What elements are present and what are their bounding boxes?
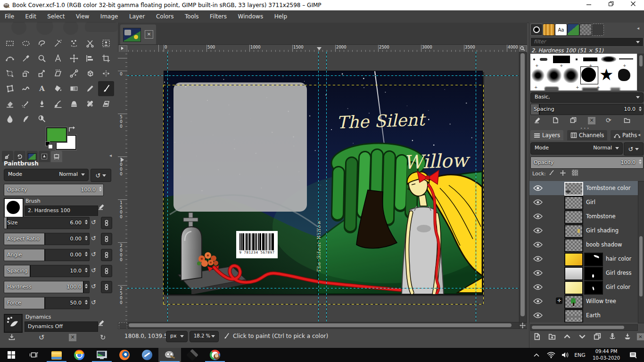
tool-text[interactable]: A bbox=[34, 81, 50, 96]
menu-edit[interactable]: Edit bbox=[21, 10, 41, 23]
layer-row-earth[interactable]: Earth bbox=[529, 308, 644, 322]
tool-free-select[interactable] bbox=[34, 36, 50, 51]
layer-row-boob-shadow[interactable]: boob shadow bbox=[529, 238, 644, 252]
tool-zoom[interactable] bbox=[34, 51, 50, 66]
layers-horizontal-scrollbar[interactable] bbox=[530, 324, 638, 331]
task-view-button[interactable] bbox=[23, 348, 45, 362]
new-layer-button[interactable] bbox=[533, 333, 541, 342]
tool-paintbrush[interactable] bbox=[98, 81, 114, 96]
dynamics-thumbnail[interactable] bbox=[4, 314, 23, 333]
brush-filter-box[interactable] bbox=[530, 37, 644, 47]
tray-notifications-icon[interactable] bbox=[626, 348, 640, 362]
layer-row-tombstone-color[interactable]: Tombstone color bbox=[529, 181, 644, 195]
tab-document-history[interactable] bbox=[567, 24, 579, 36]
brush-dock-collapse-icon[interactable]: ◂ bbox=[637, 25, 639, 31]
tool-bucket-fill[interactable] bbox=[50, 81, 66, 96]
tool-ellipse-select[interactable] bbox=[18, 36, 34, 51]
horizontal-ruler[interactable]: 0 500 1000 1500 2000 2500 3000 3500 4000 bbox=[127, 45, 519, 52]
taskbar-file-explorer[interactable] bbox=[45, 348, 68, 362]
tab-device-status[interactable] bbox=[39, 151, 50, 162]
tab-channels[interactable]: Channels bbox=[567, 130, 607, 140]
layer-row-tombstone[interactable]: Tombstone bbox=[529, 209, 644, 223]
new-brush-icon[interactable] bbox=[552, 117, 559, 125]
tool-dodge-burn[interactable] bbox=[34, 111, 50, 126]
paint-mode-dropdown[interactable]: Mode Normal bbox=[4, 169, 89, 181]
visibility-eye-icon[interactable] bbox=[533, 255, 543, 262]
taskbar-gimp[interactable] bbox=[158, 348, 181, 362]
tool-eraser[interactable] bbox=[2, 96, 18, 111]
guide-vertical-left[interactable] bbox=[167, 52, 168, 322]
reset-tool-options-icon[interactable]: ↺ bbox=[100, 333, 106, 342]
guide-vertical-right[interactable] bbox=[476, 52, 476, 322]
tool-blur-sharpen[interactable] bbox=[2, 111, 18, 126]
vertical-ruler[interactable]: 0 500 1000 1500 2000 2500 bbox=[118, 52, 128, 322]
lock-position-icon[interactable] bbox=[560, 170, 566, 178]
menu-windows[interactable]: Windows bbox=[233, 10, 268, 23]
tool-scissors-select[interactable] bbox=[82, 36, 98, 51]
visibility-eye-icon[interactable] bbox=[533, 312, 543, 319]
tool-airbrush[interactable] bbox=[18, 96, 34, 111]
tray-language[interactable]: ENG bbox=[572, 348, 587, 362]
close-button[interactable] bbox=[625, 0, 641, 10]
spacing-reset-icon[interactable]: ↺ bbox=[91, 267, 96, 274]
guide-horizontal-top[interactable] bbox=[127, 75, 519, 76]
force-reset-icon[interactable]: ↺ bbox=[91, 299, 96, 306]
spacing-slider[interactable]: Spacing10.0 bbox=[4, 265, 90, 277]
tab-palettes[interactable] bbox=[592, 24, 604, 36]
visibility-eye-icon[interactable] bbox=[533, 241, 543, 248]
tray-volume-icon[interactable] bbox=[559, 348, 571, 362]
size-link-button[interactable] bbox=[101, 217, 112, 229]
tool-smudge[interactable] bbox=[18, 111, 34, 126]
tool-select-by-color[interactable] bbox=[66, 36, 82, 51]
anchor-layer-button[interactable] bbox=[609, 333, 616, 342]
layer-row-willow-tree[interactable]: ✛ Willow tree bbox=[529, 294, 644, 308]
tab-gradients[interactable] bbox=[579, 24, 592, 36]
tool-paths[interactable] bbox=[2, 51, 18, 66]
layer-mask-thumbnail[interactable] bbox=[584, 281, 603, 295]
delete-brush-icon[interactable]: ✕ bbox=[588, 117, 595, 124]
tool-rectangle-select[interactable] bbox=[2, 36, 18, 51]
image-viewport[interactable]: The Silent Willow The Silent Willow 9 78… bbox=[127, 52, 519, 322]
tool-color-picker[interactable] bbox=[18, 51, 34, 66]
size-reset-icon[interactable]: ↺ bbox=[91, 219, 96, 226]
image-tab[interactable]: ✕ bbox=[120, 25, 156, 44]
taskbar-chrome-profile[interactable] bbox=[204, 348, 226, 362]
dynamics-field[interactable]: Dynamics Off bbox=[25, 321, 98, 332]
tool-mypaint-brush[interactable] bbox=[50, 96, 66, 111]
canvas-horizontal-scrollbar[interactable] bbox=[127, 322, 520, 329]
lock-alpha-icon[interactable] bbox=[572, 170, 578, 176]
layer-opacity-slider[interactable]: Opacity 100.0 bbox=[530, 156, 644, 169]
angle-slider[interactable]: Angle0.00 bbox=[4, 249, 90, 261]
brush-thumbnail[interactable] bbox=[4, 198, 24, 218]
dynamics-edit-icon[interactable] bbox=[98, 320, 105, 328]
tab-fonts[interactable]: Aa bbox=[555, 24, 567, 36]
menu-colors[interactable]: Colors bbox=[151, 10, 179, 23]
canvas-vertical-scrollbar[interactable] bbox=[519, 52, 527, 323]
tool-unified-transform[interactable] bbox=[2, 66, 18, 81]
minimize-button[interactable] bbox=[581, 0, 597, 10]
tool-clone[interactable] bbox=[66, 96, 82, 111]
layer-row-girl-dress[interactable]: Girl dress bbox=[529, 266, 644, 280]
tab-paths[interactable]: Paths bbox=[611, 130, 640, 140]
tool-scale[interactable] bbox=[34, 66, 50, 81]
taskbar-scribus[interactable] bbox=[136, 348, 158, 362]
brush-name-field[interactable]: 2. Hardness 100 bbox=[25, 206, 98, 216]
tray-wifi-icon[interactable] bbox=[545, 348, 557, 362]
visibility-eye-icon[interactable] bbox=[533, 270, 543, 276]
tray-clock[interactable]: 09:44 PM 10-03-2020 bbox=[588, 348, 624, 362]
duplicate-brush-icon[interactable] bbox=[570, 117, 577, 125]
tool-foreground-select[interactable] bbox=[98, 36, 114, 51]
edit-brush-icon[interactable] bbox=[534, 117, 541, 125]
save-tool-preset-icon[interactable] bbox=[8, 334, 15, 342]
quick-mask-toggle[interactable] bbox=[119, 322, 127, 329]
layer-list-scrollbar[interactable] bbox=[638, 181, 644, 323]
aspect-link-button[interactable] bbox=[101, 233, 112, 245]
angle-link-button[interactable] bbox=[101, 249, 112, 261]
tool-3d-transform[interactable] bbox=[82, 66, 98, 81]
tool-measure[interactable] bbox=[50, 51, 66, 66]
delete-tool-preset-icon[interactable]: ✕ bbox=[69, 334, 76, 341]
layer-row-girl[interactable]: Girl bbox=[529, 195, 644, 209]
visibility-eye-icon[interactable] bbox=[533, 227, 543, 234]
hardness-reset-icon[interactable]: ↺ bbox=[91, 283, 96, 290]
restore-button[interactable] bbox=[603, 0, 619, 10]
